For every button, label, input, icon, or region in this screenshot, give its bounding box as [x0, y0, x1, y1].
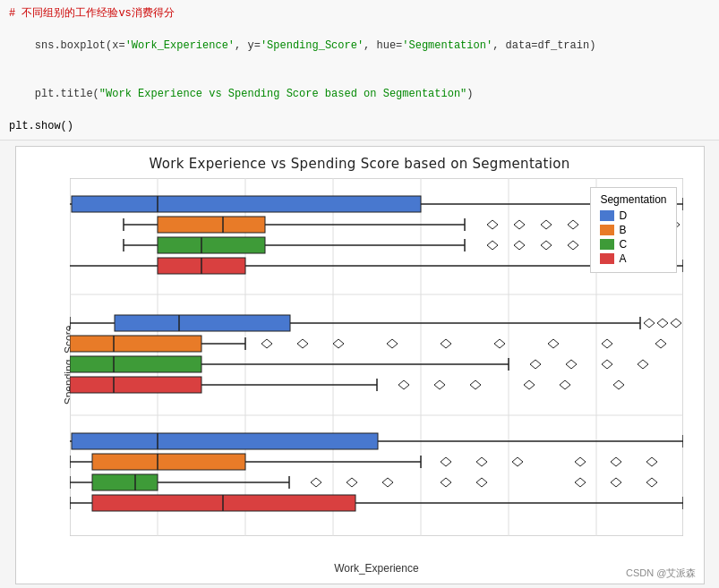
- code-block: # 不同组别的工作经验vs消费得分 sns.boxplot(x='Work_Ex…: [0, 0, 719, 141]
- legend-color-d: [600, 210, 614, 221]
- legend-item-d: D: [600, 209, 666, 222]
- legend-color-b: [600, 225, 614, 235]
- legend-title: Segmentation: [600, 193, 666, 206]
- chart-title: Work Experience vs Spending Score based …: [16, 147, 704, 172]
- legend-color-c: [600, 239, 614, 250]
- legend-item-c: C: [600, 238, 666, 251]
- legend: Segmentation D B C A: [590, 187, 676, 273]
- svg-rect-59: [70, 336, 201, 352]
- svg-rect-95: [92, 454, 245, 470]
- legend-label-b: B: [619, 224, 626, 236]
- code-line2: plt.title("Work Experience vs Spending S…: [9, 70, 710, 118]
- svg-rect-107: [92, 474, 158, 490]
- svg-rect-80: [70, 377, 201, 393]
- svg-rect-72: [70, 356, 201, 372]
- svg-rect-50: [115, 315, 290, 331]
- code-line3: plt.show(): [9, 118, 710, 134]
- legend-label-a: A: [619, 252, 626, 265]
- watermark: CSDN @艾派森: [626, 567, 696, 580]
- svg-rect-19: [158, 217, 265, 233]
- svg-rect-90: [72, 433, 378, 449]
- chart-container: Work Experience vs Spending Score based …: [15, 146, 705, 584]
- legend-label-c: C: [619, 238, 627, 251]
- legend-label-d: D: [619, 209, 627, 222]
- svg-rect-32: [158, 237, 265, 253]
- code-line1: sns.boxplot(x='Work_Experience', y='Spen…: [9, 21, 710, 70]
- svg-rect-121: [92, 495, 355, 511]
- code-comment: # 不同组别的工作经验vs消费得分: [9, 5, 710, 21]
- legend-item-a: A: [600, 252, 666, 265]
- legend-color-a: [600, 253, 614, 264]
- svg-rect-10: [72, 196, 421, 212]
- legend-item-b: B: [600, 224, 666, 236]
- x-axis-label: Work_Experience: [334, 562, 419, 575]
